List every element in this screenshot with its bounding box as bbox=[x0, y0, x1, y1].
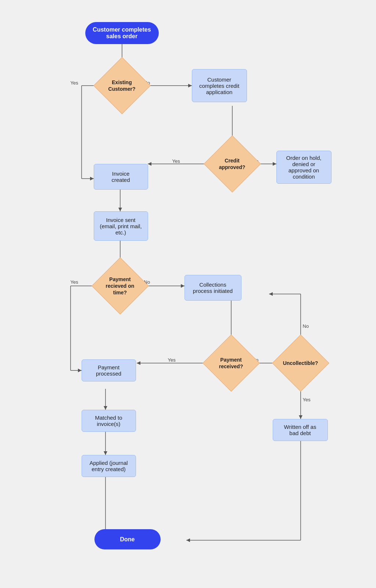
payment-received-node: Payment received? bbox=[212, 342, 250, 384]
start-node: Customer completes sales order bbox=[85, 22, 159, 44]
written-off-label: Written off as bad debt bbox=[284, 424, 316, 436]
payment-on-time-node: Payment recieved on time? bbox=[101, 265, 139, 307]
collections-node: Collections process initiated bbox=[185, 275, 241, 301]
applied-label: Applied (journal entry created) bbox=[89, 460, 128, 472]
collections-label: Collections process initiated bbox=[193, 282, 233, 294]
written-off-node: Written off as bad debt bbox=[273, 419, 328, 441]
payment-processed-label: Payment processed bbox=[96, 364, 121, 377]
order-hold-label: Order on hold, denied or approved on con… bbox=[286, 155, 322, 180]
label-no-uncollectible: No bbox=[303, 323, 309, 329]
payment-processed-node: Payment processed bbox=[82, 359, 136, 381]
svg-marker-21 bbox=[78, 369, 82, 372]
label-yes-existing: Yes bbox=[71, 80, 78, 86]
svg-marker-13 bbox=[273, 162, 276, 166]
invoice-created-node: Invoice created bbox=[94, 164, 148, 190]
uncollectible-node: Uncollectible? bbox=[280, 342, 321, 384]
label-yes-payment-received: Yes bbox=[168, 357, 176, 363]
payment-on-time-diamond bbox=[92, 257, 149, 315]
payment-received-diamond bbox=[203, 334, 260, 392]
order-hold-node: Order on hold, denied or approved on con… bbox=[276, 151, 332, 184]
svg-marker-27 bbox=[137, 361, 140, 365]
done-node: Done bbox=[94, 529, 161, 549]
uncollectible-diamond bbox=[272, 334, 329, 392]
svg-marker-32 bbox=[269, 292, 273, 296]
applied-node: Applied (journal entry created) bbox=[82, 455, 136, 477]
credit-approved-diamond bbox=[204, 135, 261, 193]
credit-app-label: Customer completes credit application bbox=[199, 76, 239, 95]
label-yes-credit: Yes bbox=[172, 158, 180, 164]
svg-marker-34 bbox=[299, 415, 302, 419]
existing-customer-node: Existing Customer? bbox=[103, 64, 141, 107]
svg-marker-11 bbox=[148, 162, 151, 166]
svg-marker-43 bbox=[186, 538, 190, 542]
credit-app-node: Customer completes credit application bbox=[192, 69, 247, 102]
existing-customer-diamond bbox=[93, 57, 151, 114]
matched-node: Matched to invoice(s) bbox=[82, 410, 136, 432]
svg-marker-36 bbox=[104, 406, 107, 410]
label-yes-payment-time: Yes bbox=[71, 279, 78, 285]
svg-marker-23 bbox=[181, 284, 185, 288]
svg-marker-15 bbox=[118, 208, 122, 211]
invoice-sent-node: Invoice sent (email, print mail, etc.) bbox=[94, 211, 148, 241]
done-label: Done bbox=[120, 536, 135, 543]
credit-approved-node: Credit approved? bbox=[213, 143, 251, 185]
svg-marker-5 bbox=[90, 177, 94, 180]
invoice-created-label: Invoice created bbox=[111, 171, 130, 183]
start-label: Customer completes sales order bbox=[93, 26, 151, 40]
matched-label: Matched to invoice(s) bbox=[95, 415, 122, 427]
label-yes-uncollectible: Yes bbox=[303, 397, 311, 402]
flowchart: Yes No Yes No Yes No Yes No No Yes Custo… bbox=[23, 7, 354, 581]
svg-marker-38 bbox=[104, 451, 107, 455]
invoice-sent-label: Invoice sent (email, print mail, etc.) bbox=[100, 217, 142, 236]
svg-marker-7 bbox=[188, 84, 192, 87]
